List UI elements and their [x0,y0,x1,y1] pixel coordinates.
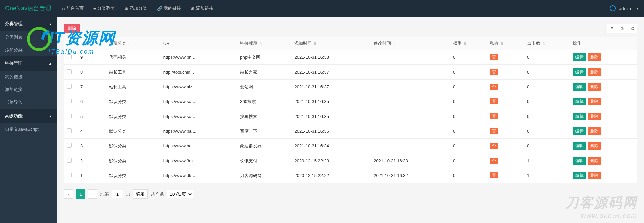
cell-add-time: 2021-10-31 16:37 [292,80,371,94]
cell-id: 9 [78,50,106,65]
cell-weight: 0 [450,109,487,124]
cell-actions: 编辑删除 [570,153,637,168]
cell-category: 站长工具 [106,80,161,94]
row-checkbox[interactable] [67,69,72,74]
prev-page-button[interactable]: ‹ [64,189,73,199]
nav-item[interactable]: ⊕添加链接 [187,0,217,17]
cell-actions: 编辑删除 [570,65,637,80]
delete-button[interactable]: 删除 [588,68,601,76]
top-nav: ⌂前台首页≡分类列表⊕添加分类🔗我的链接⊕添加链接 [58,0,217,17]
cell-private: 否 [487,94,524,109]
table-header-cell[interactable]: 私有 ⇅ [487,37,524,50]
edit-button[interactable]: 编辑 [573,157,586,165]
cell-url: http://tool.chin... [161,65,237,80]
column-label: 添加时间 [294,41,312,46]
nav-icon: 🔗 [157,6,162,11]
goto-confirm-button[interactable]: 确定 [133,189,148,199]
cell-category: 默认分类 [106,94,161,109]
nav-item[interactable]: ⊕添加分类 [121,0,151,17]
edit-button[interactable]: 编辑 [573,53,586,61]
table-header-cell[interactable]: 所属分类 ⇅ [106,37,161,50]
print-button[interactable]: 🖨 [627,24,637,33]
table-row: 3默认分类https://www.ha...豪迪群发器2021-10-31 16… [64,139,637,153]
sidebar-group[interactable]: 分类管理▲ [0,17,57,31]
table-header-cell[interactable]: 权重 ⇅ [450,37,487,50]
table-row: 8站长工具http://tool.chin...站长之家2021-10-31 1… [64,65,637,80]
edit-button[interactable]: 编辑 [573,98,586,105]
delete-button[interactable]: 删除 [588,157,601,165]
table-header-cell[interactable]: 修改时间 ⇅ [371,37,450,50]
delete-button[interactable]: 删除 [588,113,601,120]
sidebar-item[interactable]: 添加链接 [0,83,57,96]
edit-button[interactable]: 编辑 [573,172,586,179]
sidebar-item[interactable]: 自定义JavaScript [0,123,57,136]
delete-button[interactable]: 删除 [588,172,601,179]
sort-icon: ⇅ [87,42,89,46]
nav-item[interactable]: ⌂前台首页 [58,0,88,17]
goto-label: 到第 [100,191,109,197]
sidebar-item[interactable]: 书签导入 [0,96,57,109]
cell-private: 否 [487,153,524,168]
sidebar-item[interactable]: 添加分类 [0,44,57,56]
edit-button[interactable]: 编辑 [573,142,586,150]
main-content: IT资源网 ITBaiDu.com 删除 ⊞ ⎙ 🖨 ID ⇅所属分类 ⇅URL… [57,17,644,223]
nav-icon: ⊕ [191,6,195,11]
sidebar-group[interactable]: 高级功能▲ [0,109,57,123]
delete-button[interactable]: 删除 [588,127,601,135]
per-page-select[interactable]: 10 条/页 [167,190,193,198]
nav-item[interactable]: 🔗我的链接 [153,0,185,17]
table-header-cell[interactable]: 链接标题 ⇅ [237,37,292,50]
row-checkbox[interactable] [67,143,72,148]
nav-item[interactable]: ≡分类列表 [89,0,119,17]
delete-button[interactable]: 删除 [588,83,601,91]
cell-mod-time [371,139,450,153]
next-page-button[interactable]: › [88,189,97,199]
row-checkbox[interactable] [67,173,72,177]
page-number-current[interactable]: 1 [76,189,85,199]
cell-add-time: 2021-10-31 16:37 [292,65,371,80]
private-badge: 否 [490,113,498,119]
cell-mod-time: 2021-10-31 16:32 [371,168,450,183]
columns-toggle-button[interactable]: ⊞ [607,24,617,33]
cell-mod-time [371,124,450,139]
sort-icon: ⇅ [393,42,396,45]
sidebar-group[interactable]: 链接管理▲ [0,56,57,71]
top-header: OneNav后台管理 ⌂前台首页≡分类列表⊕添加分类🔗我的链接⊕添加链接 adm… [0,0,644,17]
delete-button[interactable]: 删除 [588,98,601,105]
edit-button[interactable]: 编辑 [573,113,586,120]
export-button[interactable]: ⎙ [617,24,627,33]
cell-url: https://www.so.... [161,94,237,109]
delete-button[interactable]: 删除 [588,53,601,61]
private-badge: 否 [490,172,498,178]
table-header-cell[interactable]: ID ⇅ [78,37,106,50]
cell-private: 否 [487,65,524,80]
goto-page-input[interactable] [112,190,123,198]
row-checkbox[interactable] [67,128,72,133]
bulk-delete-button[interactable]: 删除 [64,24,80,33]
select-all-checkbox[interactable] [67,41,72,45]
table-header-cell[interactable]: 点击数 ⇅ [524,37,570,50]
brand-logo[interactable]: OneNav后台管理 [5,4,51,12]
cell-actions: 编辑删除 [570,94,637,109]
edit-button[interactable]: 编辑 [573,68,586,76]
user-area[interactable]: admin ▼ [610,5,639,11]
row-checkbox[interactable] [67,99,72,103]
edit-button[interactable]: 编辑 [573,83,586,91]
row-checkbox[interactable] [67,114,72,118]
sidebar-item[interactable]: 分类列表 [0,31,57,44]
row-checkbox[interactable] [67,54,72,59]
table-body: 9代码相关https://www.ph...php中文网2021-10-31 1… [64,50,637,183]
column-label: 操作 [573,41,582,46]
sidebar-item[interactable]: 我的链接 [0,71,57,83]
cell-add-time: 2021-10-31 16:35 [292,124,371,139]
sidebar-group-label: 链接管理 [5,60,23,66]
cell-clicks: 0 [524,50,570,65]
private-badge: 否 [490,54,498,60]
cell-category: 默认分类 [106,168,161,183]
edit-button[interactable]: 编辑 [573,127,586,135]
row-checkbox[interactable] [67,84,72,89]
delete-button[interactable]: 删除 [588,142,601,150]
table-header-cell[interactable]: 添加时间 ⇅ [292,37,371,50]
sidebar-group-label: 高级功能 [5,113,23,119]
row-checkbox[interactable] [67,158,72,163]
